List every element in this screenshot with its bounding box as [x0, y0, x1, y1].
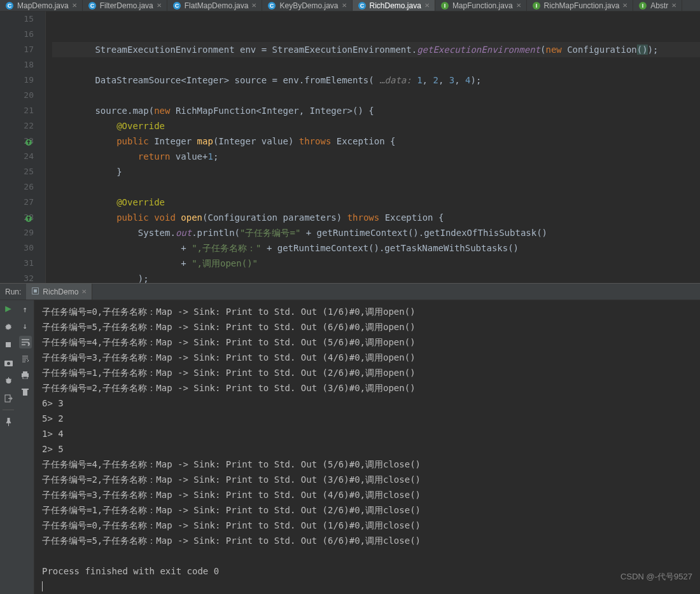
- gutter-line[interactable]: 31: [0, 256, 34, 271]
- gutter-line[interactable]: 19: [0, 73, 34, 88]
- code-line[interactable]: [52, 179, 700, 195]
- separator: [3, 410, 14, 410]
- java-class-icon: C: [267, 1, 276, 10]
- code-line[interactable]: [52, 27, 700, 42]
- console-output[interactable]: 子任务编号=0,子任务名称：Map -> Sink: Print to Std.…: [34, 300, 700, 594]
- soft-wrap-button[interactable]: [19, 336, 32, 349]
- close-icon[interactable]: ✕: [72, 2, 77, 9]
- tab-richdemo-java[interactable]: CRichDemo.java✕: [353, 0, 435, 11]
- gutter-line[interactable]: 27: [0, 195, 34, 210]
- gutter-line[interactable]: 24: [0, 149, 34, 164]
- output-line: 子任务编号=4,子任务名称：Map -> Sink: Print to Std.…: [42, 335, 700, 350]
- up-button[interactable]: ↑: [19, 303, 32, 315]
- code-line[interactable]: }: [52, 164, 700, 179]
- tab-label: RichMapFunction.java: [544, 1, 620, 10]
- override-gutter-icon[interactable]: [25, 212, 32, 220]
- output-line: 子任务编号=5,子任务名称：Map -> Sink: Print to Std.…: [42, 319, 700, 335]
- gutter-line[interactable]: 21: [0, 103, 34, 118]
- code-line[interactable]: + ",子任务名称：" + getRuntimeContext().getTas…: [52, 240, 700, 256]
- code-line[interactable]: System.out.println("子任务编号=" + getRuntime…: [52, 225, 700, 240]
- tab-flatmapdemo-java[interactable]: CFlatMapDemo.java✕: [167, 0, 263, 11]
- tab-richmapfunction-java[interactable]: IRichMapFunction.java✕: [527, 0, 634, 11]
- java-class-icon: C: [5, 1, 14, 10]
- tab-label: FlatMapDemo.java: [185, 1, 249, 10]
- close-icon[interactable]: ✕: [424, 2, 430, 9]
- svg-text:I: I: [535, 3, 537, 9]
- output-line: 2> 5: [42, 441, 700, 457]
- gutter-line[interactable]: 25: [0, 164, 34, 179]
- close-icon[interactable]: ✕: [81, 288, 87, 295]
- code-area[interactable]: StreamExecutionEnvironment env = StreamE…: [46, 11, 700, 283]
- gutter-line[interactable]: 30: [0, 240, 34, 256]
- gutter-line[interactable]: 15: [0, 11, 34, 27]
- output-line: 子任务编号=5,子任务名称：Map -> Sink: Print to Std.…: [42, 533, 700, 548]
- tab-mapfunction-java[interactable]: IMapFunction.java✕: [435, 0, 527, 11]
- code-line[interactable]: [52, 57, 700, 73]
- output-line: 5> 2: [42, 411, 700, 426]
- camera-button[interactable]: [2, 356, 15, 369]
- exit-button[interactable]: [2, 392, 15, 404]
- output-line: 子任务编号=2,子任务名称：Map -> Sink: Print to Std.…: [42, 472, 700, 487]
- clear-button[interactable]: [19, 385, 32, 398]
- code-line[interactable]: public void open(Configuration parameter…: [52, 210, 700, 225]
- gutter-line[interactable]: 23: [0, 134, 34, 149]
- code-line[interactable]: );: [52, 271, 700, 283]
- pin-button[interactable]: [2, 415, 15, 428]
- java-class-icon: C: [358, 1, 367, 10]
- down-button[interactable]: ↓: [19, 319, 32, 332]
- tab-label: Abstr: [650, 1, 668, 10]
- svg-text:C: C: [8, 3, 12, 9]
- code-line[interactable]: [52, 11, 700, 27]
- gutter-line[interactable]: 16: [0, 27, 34, 42]
- gutter-line[interactable]: 29: [0, 225, 34, 240]
- tab-abstr[interactable]: IAbstr✕: [633, 0, 682, 11]
- run-config-icon: [31, 287, 39, 297]
- close-icon[interactable]: ✕: [251, 2, 256, 9]
- caret: [42, 581, 43, 591]
- code-line[interactable]: @Override: [52, 118, 700, 134]
- run-tab[interactable]: RichDemo ✕: [26, 284, 92, 300]
- svg-text:C: C: [360, 3, 364, 9]
- scroll-end-button[interactable]: [19, 352, 32, 365]
- svg-rect-20: [6, 342, 11, 347]
- dump-button[interactable]: [2, 338, 15, 351]
- settings-button[interactable]: [2, 321, 15, 333]
- code-line[interactable]: public Integer map(Integer value) throws…: [52, 134, 700, 149]
- code-line[interactable]: [52, 88, 700, 103]
- gutter-line[interactable]: 32: [0, 271, 34, 283]
- debug-button[interactable]: [2, 374, 15, 387]
- code-line[interactable]: source.map(new RichMapFunction<Integer, …: [52, 103, 700, 118]
- code-line[interactable]: StreamExecutionEnvironment env = StreamE…: [52, 42, 700, 57]
- java-class-icon: I: [440, 1, 449, 10]
- gutter: 15161718192021222324252627282930313233: [0, 11, 46, 283]
- svg-text:C: C: [90, 3, 94, 9]
- tab-mapdemo-java[interactable]: CMapDemo.java✕: [0, 0, 83, 11]
- run-body: ↑ ↓ 子任务编号=0,子任务名称：Map -> Sink: Print to …: [0, 300, 700, 594]
- override-gutter-icon[interactable]: [25, 136, 32, 144]
- tab-filterdemo-java[interactable]: CFilterDemo.java✕: [83, 0, 167, 11]
- watermark: CSDN @-代号9527: [620, 571, 692, 583]
- close-icon[interactable]: ✕: [342, 2, 347, 9]
- output-line: 子任务编号=4,子任务名称：Map -> Sink: Print to Std.…: [42, 457, 700, 472]
- close-icon[interactable]: ✕: [671, 2, 676, 9]
- rerun-button[interactable]: [2, 303, 15, 315]
- gutter-line[interactable]: 26: [0, 179, 34, 195]
- print-button[interactable]: [19, 369, 32, 382]
- close-icon[interactable]: ✕: [157, 2, 162, 9]
- svg-text:C: C: [174, 3, 179, 9]
- code-line[interactable]: return value+1;: [52, 149, 700, 164]
- tab-label: MapFunction.java: [452, 1, 513, 10]
- close-icon[interactable]: ✕: [516, 2, 521, 9]
- code-line[interactable]: @Override: [52, 195, 700, 210]
- gutter-line[interactable]: 17: [0, 42, 34, 57]
- gutter-line[interactable]: 22: [0, 118, 34, 134]
- output-line: Process finished with exit code 0: [42, 563, 700, 579]
- code-line[interactable]: DataStreamSource<Integer> source = env.f…: [52, 73, 700, 88]
- gutter-line[interactable]: 20: [0, 88, 34, 103]
- gutter-line[interactable]: 28: [0, 210, 34, 225]
- output-line: 子任务编号=1,子任务名称：Map -> Sink: Print to Std.…: [42, 502, 700, 518]
- code-line[interactable]: + ",调用open()": [52, 256, 700, 271]
- gutter-line[interactable]: 18: [0, 57, 34, 73]
- tab-keybydemo-java[interactable]: CKeyByDemo.java✕: [262, 0, 352, 11]
- close-icon[interactable]: ✕: [622, 2, 627, 9]
